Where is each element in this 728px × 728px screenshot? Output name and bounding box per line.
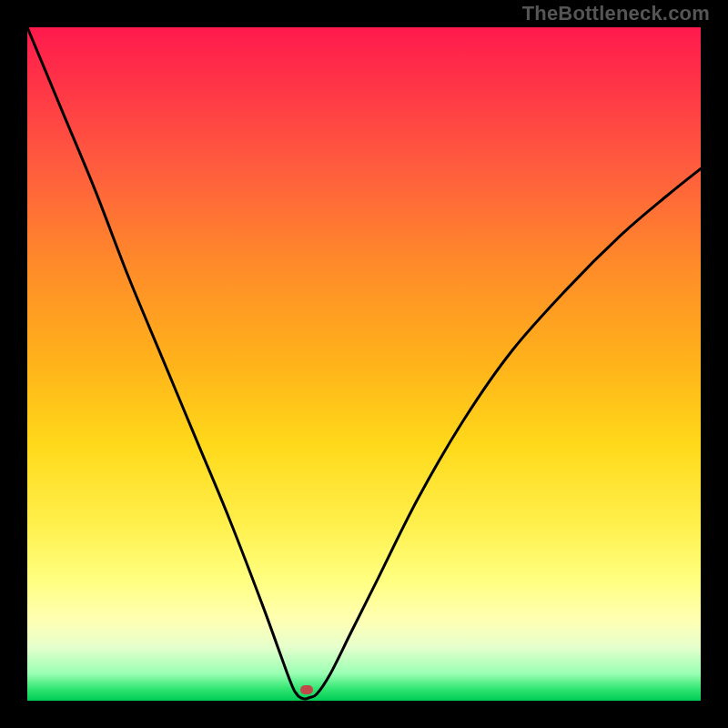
watermark-text: TheBottleneck.com [522,2,710,25]
bottleneck-curve [27,27,701,699]
chart-frame: TheBottleneck.com [0,0,728,728]
min-marker [300,685,313,694]
plot-area [27,27,701,701]
curve-svg [27,27,701,701]
